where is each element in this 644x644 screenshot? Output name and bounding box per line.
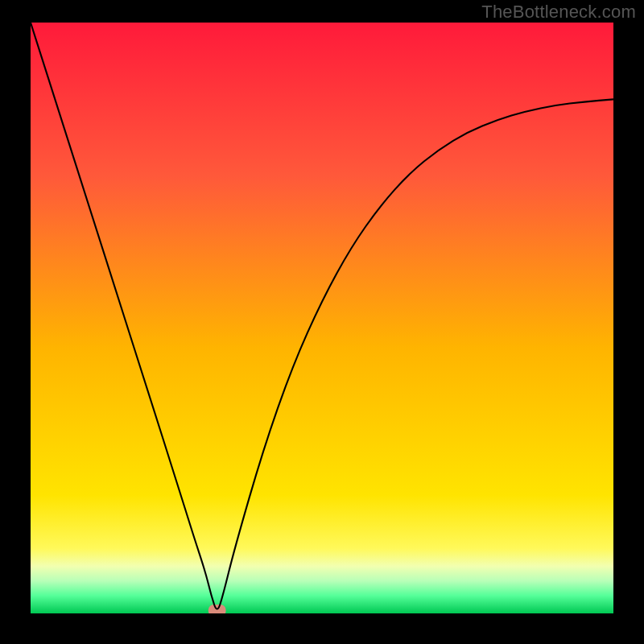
- chart-svg: [31, 23, 613, 613]
- plot-area: [31, 23, 613, 613]
- attribution-label: TheBottleneck.com: [481, 2, 636, 23]
- chart-frame: TheBottleneck.com: [0, 0, 644, 644]
